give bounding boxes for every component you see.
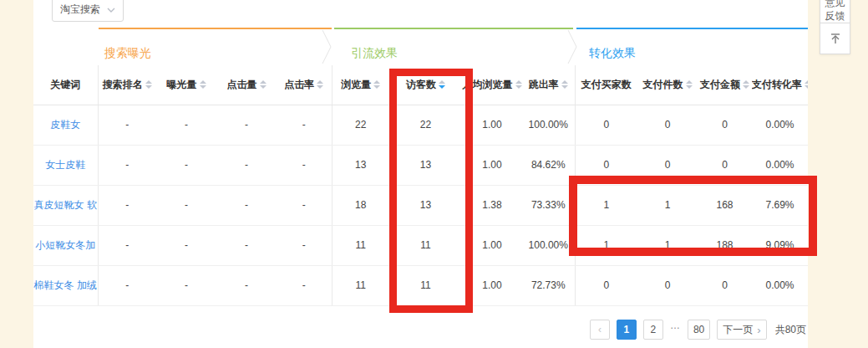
column-header-pay_amount[interactable]: 支付金额 — [698, 65, 752, 105]
cell-clicks: - — [216, 225, 277, 265]
chevron-down-icon — [107, 8, 115, 13]
cell-impressions: - — [156, 145, 216, 185]
keyword-link[interactable]: 真皮短靴女 软 — [34, 199, 97, 211]
page-button-80[interactable]: 80 — [688, 320, 710, 340]
column-header-impressions[interactable]: 曝光量 — [156, 65, 216, 105]
cell-avg_views: 1.38 — [462, 185, 522, 225]
cell-clicks: - — [216, 265, 277, 305]
cell-pay_conversion: 0.00% — [752, 105, 808, 145]
column-header-label: 访客数 — [406, 78, 436, 92]
analytics-page: 淘宝搜索 搜索曝光 引流效果 转化效果 — [0, 0, 868, 348]
sort-icon[interactable] — [373, 80, 380, 89]
cell-avg_views: 1.00 — [462, 265, 522, 305]
cell-ctr: - — [277, 185, 332, 225]
feedback-button[interactable]: 意见 反馈 — [820, 0, 850, 23]
column-header-label: 曝光量 — [167, 78, 197, 92]
cell-bounce_rate: 84.62% — [522, 145, 575, 185]
next-page-button[interactable]: 下一页 › — [717, 320, 766, 340]
section-conversion-label: 转化效果 — [589, 46, 636, 61]
cell-visitors: 13 — [389, 145, 462, 185]
feedback-label-line1: 意见 — [820, 0, 850, 9]
column-header-label: 跳出率 — [529, 78, 559, 92]
cell-pageviews: 18 — [332, 185, 389, 225]
cell-clicks: - — [216, 145, 277, 185]
sort-icon[interactable] — [561, 80, 568, 89]
keyword-link[interactable]: 皮鞋女 — [50, 119, 80, 130]
cell-search_rank: - — [98, 225, 156, 265]
sort-icon[interactable] — [439, 80, 445, 89]
cell-search_rank: - — [98, 185, 156, 225]
cell-search_rank: - — [98, 105, 156, 145]
cell-ctr: - — [277, 145, 332, 185]
cell-impressions: - — [156, 105, 216, 145]
column-header-label: 支付件数 — [643, 78, 683, 92]
cell-pay_conversion: 0.00% — [752, 265, 808, 305]
cell-pay_amount: 168 — [698, 185, 752, 225]
section-separator-icon — [321, 30, 332, 64]
sort-icon[interactable] — [200, 80, 206, 89]
keyword-cell: 皮鞋女 — [33, 105, 98, 145]
cell-pageviews: 11 — [332, 225, 389, 265]
cell-bounce_rate: 100.00% — [522, 225, 575, 265]
cell-pay_conversion: 0.00% — [752, 145, 808, 185]
column-header-keyword: 关键词 — [33, 65, 98, 105]
column-header-label: 人均浏览量 — [463, 78, 513, 92]
column-header-label: 关键词 — [50, 78, 80, 92]
column-header-avg_views[interactable]: 人均浏览量 — [462, 65, 522, 105]
cell-clicks: - — [216, 185, 277, 225]
cell-avg_views: 1.00 — [462, 225, 522, 265]
column-header-label: 点击量 — [227, 78, 257, 92]
column-header-ctr[interactable]: 点击率 — [277, 65, 332, 105]
back-to-top-button[interactable] — [820, 23, 850, 54]
keyword-cell: 真皮短靴女 软 — [33, 185, 98, 225]
sort-icon[interactable] — [260, 80, 266, 89]
column-header-search_rank[interactable]: 搜索排名 — [98, 65, 156, 105]
page-button-2[interactable]: 2 — [643, 320, 663, 340]
keyword-cell: 棉鞋女冬 加绒 — [33, 265, 98, 305]
column-header-label: 支付买家数 — [581, 78, 632, 92]
column-header-pay_items[interactable]: 支付件数 — [637, 65, 698, 105]
keyword-cell: 女士皮鞋 — [33, 145, 98, 185]
keyword-link[interactable]: 小短靴女冬加 — [35, 239, 95, 251]
pagination-ellipsis: … — [670, 320, 681, 340]
column-header-clicks[interactable]: 点击量 — [216, 65, 277, 105]
column-header-pageviews[interactable]: 浏览量 — [332, 65, 389, 105]
cell-ctr: - — [277, 225, 332, 265]
cell-pay_buyers: 1 — [575, 185, 637, 225]
cell-visitors: 11 — [389, 225, 462, 265]
cell-pay_conversion: 9.09% — [752, 225, 808, 265]
keyword-link[interactable]: 棉鞋女冬 加绒 — [34, 279, 97, 291]
keyword-link[interactable]: 女士皮鞋 — [45, 159, 85, 171]
column-header-pay_buyers: 支付买家数 — [575, 65, 637, 105]
table-row: 皮鞋女----22221.00100.00%0000.00% — [33, 105, 808, 145]
sort-icon[interactable] — [743, 80, 749, 89]
page-button-1[interactable]: 1 — [617, 320, 637, 340]
cell-avg_views: 1.00 — [462, 105, 522, 145]
sort-icon[interactable] — [805, 80, 808, 89]
cell-pay_amount: 0 — [698, 145, 752, 185]
table-row: 小短靴女冬加----11111.00100.00%111889.09% — [33, 225, 808, 265]
cell-pay_amount: 188 — [698, 225, 752, 265]
sort-icon[interactable] — [515, 80, 522, 89]
sort-icon[interactable] — [686, 80, 693, 89]
column-header-label: 搜索排名 — [103, 78, 143, 92]
cell-visitors: 22 — [389, 105, 462, 145]
keyword-table: 关键词搜索排名曝光量点击量点击率浏览量访客数人均浏览量跳出率支付买家数支付件数支… — [33, 65, 808, 306]
table-row: 真皮短靴女 软----18131.3873.33%111687.69% — [33, 185, 808, 225]
column-header-label: 点击率 — [284, 78, 314, 92]
cell-visitors: 11 — [389, 265, 462, 305]
channel-dropdown[interactable]: 淘宝搜索 — [52, 0, 124, 22]
prev-page-button[interactable]: ‹ — [590, 320, 610, 340]
column-header-visitors[interactable]: 访客数 — [389, 65, 462, 105]
column-header-bounce_rate[interactable]: 跳出率 — [522, 65, 575, 105]
cell-impressions: - — [156, 265, 216, 305]
cell-clicks: - — [216, 105, 277, 145]
cell-pay_items: 1 — [637, 225, 698, 265]
column-header-pay_conversion[interactable]: 支付转化率 — [752, 65, 808, 105]
column-header-label: 浏览量 — [341, 78, 371, 92]
cell-ctr: - — [277, 265, 332, 305]
sort-icon[interactable] — [317, 80, 323, 89]
cell-pay_items: 0 — [637, 105, 698, 145]
cell-pay_amount: 0 — [698, 105, 752, 145]
sort-icon[interactable] — [145, 80, 152, 89]
